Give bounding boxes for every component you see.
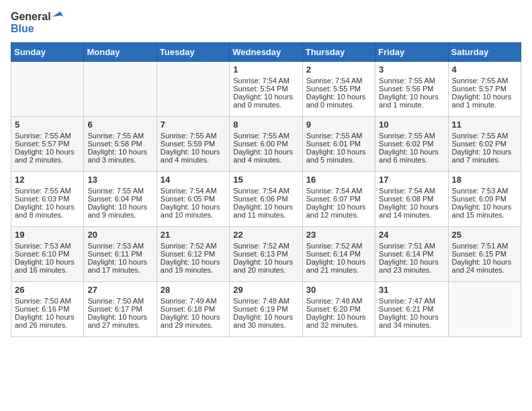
calendar-cell: 5Sunrise: 7:55 AMSunset: 5:57 PMDaylight… bbox=[11, 117, 84, 172]
daylight-text: Daylight: 10 hours and 3 minutes. bbox=[87, 148, 152, 164]
sunset-text: Sunset: 6:09 PM bbox=[452, 195, 517, 203]
day-number: 17 bbox=[379, 175, 444, 185]
daylight-text: Daylight: 10 hours and 24 minutes. bbox=[452, 258, 517, 274]
daylight-text: Daylight: 10 hours and 4 minutes. bbox=[161, 148, 226, 164]
sunrise-text: Sunrise: 7:55 AM bbox=[87, 187, 152, 195]
sunset-text: Sunset: 5:56 PM bbox=[379, 85, 444, 93]
sunrise-text: Sunrise: 7:55 AM bbox=[379, 132, 444, 140]
sunset-text: Sunset: 6:12 PM bbox=[161, 250, 226, 258]
day-number: 22 bbox=[233, 230, 298, 240]
sunset-text: Sunset: 6:03 PM bbox=[15, 195, 80, 203]
logo-line1: General bbox=[11, 11, 51, 23]
day-number: 26 bbox=[15, 285, 80, 295]
sunrise-text: Sunrise: 7:53 AM bbox=[87, 242, 152, 250]
calendar-cell: 8Sunrise: 7:55 AMSunset: 6:00 PMDaylight… bbox=[230, 117, 302, 172]
day-number: 25 bbox=[452, 230, 517, 240]
sunrise-text: Sunrise: 7:52 AM bbox=[233, 242, 298, 250]
daylight-text: Daylight: 10 hours and 6 minutes. bbox=[379, 148, 444, 164]
day-number: 15 bbox=[233, 175, 298, 185]
day-number: 6 bbox=[87, 120, 152, 130]
day-number: 20 bbox=[87, 230, 152, 240]
calendar-cell: 24Sunrise: 7:51 AMSunset: 6:14 PMDayligh… bbox=[375, 227, 448, 282]
calendar-cell: 14Sunrise: 7:54 AMSunset: 6:05 PMDayligh… bbox=[157, 172, 229, 227]
calendar-cell bbox=[11, 62, 84, 117]
sunrise-text: Sunrise: 7:54 AM bbox=[306, 77, 371, 85]
calendar-cell: 15Sunrise: 7:54 AMSunset: 6:06 PMDayligh… bbox=[230, 172, 302, 227]
day-number: 4 bbox=[452, 64, 517, 75]
daylight-text: Daylight: 10 hours and 0 minutes. bbox=[306, 93, 371, 109]
calendar-week-row: 26Sunrise: 7:50 AMSunset: 6:16 PMDayligh… bbox=[11, 282, 521, 337]
sunset-text: Sunset: 6:13 PM bbox=[233, 250, 298, 258]
sunrise-text: Sunrise: 7:54 AM bbox=[306, 187, 371, 195]
calendar-cell bbox=[157, 62, 229, 117]
sunset-text: Sunset: 6:00 PM bbox=[233, 140, 298, 148]
sunrise-text: Sunrise: 7:55 AM bbox=[15, 187, 80, 195]
calendar-cell: 20Sunrise: 7:53 AMSunset: 6:11 PMDayligh… bbox=[84, 227, 157, 282]
day-number: 1 bbox=[233, 64, 298, 75]
sunset-text: Sunset: 6:10 PM bbox=[15, 250, 80, 258]
weekday-header: Monday bbox=[84, 43, 157, 62]
sunset-text: Sunset: 6:17 PM bbox=[87, 305, 152, 313]
sunset-text: Sunset: 5:55 PM bbox=[306, 85, 371, 93]
sunset-text: Sunset: 5:59 PM bbox=[161, 140, 226, 148]
sunset-text: Sunset: 6:16 PM bbox=[15, 305, 80, 313]
sunset-text: Sunset: 6:08 PM bbox=[379, 195, 444, 203]
calendar-cell: 17Sunrise: 7:54 AMSunset: 6:08 PMDayligh… bbox=[375, 172, 448, 227]
sunset-text: Sunset: 5:57 PM bbox=[452, 85, 517, 93]
calendar-week-row: 5Sunrise: 7:55 AMSunset: 5:57 PMDaylight… bbox=[11, 117, 521, 172]
daylight-text: Daylight: 10 hours and 19 minutes. bbox=[161, 258, 226, 274]
sunset-text: Sunset: 6:15 PM bbox=[452, 250, 517, 258]
day-number: 5 bbox=[15, 120, 80, 130]
sunrise-text: Sunrise: 7:51 AM bbox=[379, 242, 444, 250]
daylight-text: Daylight: 10 hours and 29 minutes. bbox=[161, 313, 226, 329]
weekday-header: Tuesday bbox=[157, 43, 229, 62]
calendar-cell: 7Sunrise: 7:55 AMSunset: 5:59 PMDaylight… bbox=[157, 117, 229, 172]
calendar-cell bbox=[448, 282, 521, 337]
sunrise-text: Sunrise: 7:54 AM bbox=[379, 187, 444, 195]
weekday-header: Thursday bbox=[302, 43, 375, 62]
day-number: 16 bbox=[306, 175, 371, 185]
calendar-week-row: 12Sunrise: 7:55 AMSunset: 6:03 PMDayligh… bbox=[11, 172, 521, 227]
calendar-cell: 27Sunrise: 7:50 AMSunset: 6:17 PMDayligh… bbox=[84, 282, 157, 337]
sunrise-text: Sunrise: 7:55 AM bbox=[452, 132, 517, 140]
daylight-text: Daylight: 10 hours and 17 minutes. bbox=[87, 258, 152, 274]
day-number: 3 bbox=[379, 64, 444, 75]
daylight-text: Daylight: 10 hours and 11 minutes. bbox=[233, 203, 298, 219]
calendar-cell: 23Sunrise: 7:52 AMSunset: 6:14 PMDayligh… bbox=[302, 227, 375, 282]
sunset-text: Sunset: 6:06 PM bbox=[233, 195, 298, 203]
calendar-cell: 6Sunrise: 7:55 AMSunset: 5:58 PMDaylight… bbox=[84, 117, 157, 172]
sunrise-text: Sunrise: 7:55 AM bbox=[15, 132, 80, 140]
sunset-text: Sunset: 6:02 PM bbox=[452, 140, 517, 148]
daylight-text: Daylight: 10 hours and 7 minutes. bbox=[452, 148, 517, 164]
calendar-week-row: 1Sunrise: 7:54 AMSunset: 5:54 PMDaylight… bbox=[11, 62, 521, 117]
daylight-text: Daylight: 10 hours and 2 minutes. bbox=[15, 148, 80, 164]
day-number: 19 bbox=[15, 230, 80, 240]
sunrise-text: Sunrise: 7:55 AM bbox=[379, 77, 444, 85]
day-number: 27 bbox=[87, 285, 152, 295]
daylight-text: Daylight: 10 hours and 0 minutes. bbox=[233, 93, 298, 109]
sunrise-text: Sunrise: 7:53 AM bbox=[452, 187, 517, 195]
daylight-text: Daylight: 10 hours and 34 minutes. bbox=[379, 313, 444, 329]
calendar-cell: 3Sunrise: 7:55 AMSunset: 5:56 PMDaylight… bbox=[375, 62, 448, 117]
sunrise-text: Sunrise: 7:55 AM bbox=[306, 132, 371, 140]
weekday-header: Wednesday bbox=[230, 43, 302, 62]
calendar-cell: 16Sunrise: 7:54 AMSunset: 6:07 PMDayligh… bbox=[302, 172, 375, 227]
sunset-text: Sunset: 6:18 PM bbox=[161, 305, 226, 313]
calendar-cell: 18Sunrise: 7:53 AMSunset: 6:09 PMDayligh… bbox=[448, 172, 521, 227]
sunset-text: Sunset: 6:14 PM bbox=[379, 250, 444, 258]
sunrise-text: Sunrise: 7:55 AM bbox=[233, 132, 298, 140]
daylight-text: Daylight: 10 hours and 10 minutes. bbox=[161, 203, 226, 219]
sunrise-text: Sunrise: 7:50 AM bbox=[87, 297, 152, 305]
weekday-header: Sunday bbox=[11, 43, 84, 62]
day-number: 8 bbox=[233, 120, 298, 130]
sunrise-text: Sunrise: 7:53 AM bbox=[15, 242, 80, 250]
page-header: GeneralBlue bbox=[11, 11, 521, 34]
sunrise-text: Sunrise: 7:52 AM bbox=[306, 242, 371, 250]
sunset-text: Sunset: 6:01 PM bbox=[306, 140, 371, 148]
day-number: 23 bbox=[306, 230, 371, 240]
day-number: 9 bbox=[306, 120, 371, 130]
calendar-table: SundayMondayTuesdayWednesdayThursdayFrid… bbox=[11, 42, 521, 337]
calendar-cell: 11Sunrise: 7:55 AMSunset: 6:02 PMDayligh… bbox=[448, 117, 521, 172]
daylight-text: Daylight: 10 hours and 20 minutes. bbox=[233, 258, 298, 274]
weekday-header: Saturday bbox=[448, 43, 521, 62]
